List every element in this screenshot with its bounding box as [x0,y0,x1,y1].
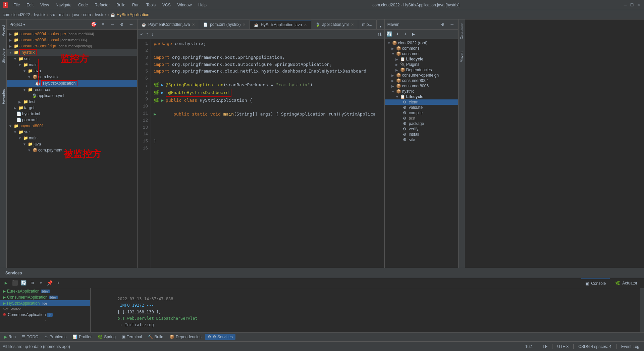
minimize-button[interactable]: — [623,2,628,8]
maven-item-lifecycle[interactable]: ▶ 📋 Lifecycle [385,56,458,62]
menu-file[interactable]: File [11,2,22,8]
svc-run-btn[interactable]: ▶ [3,280,9,287]
side-tab-structure[interactable]: Structure [1,46,6,66]
todo-button[interactable]: ☰ TODO [19,334,41,340]
bottom-tab-console[interactable]: ▣ Console [581,278,610,288]
maven-item-consumer-openfeign[interactable]: ▶ 📦 consumer-openfeign [385,73,458,78]
tree-item-payment-java[interactable]: ▼ 📁 java [7,141,137,147]
tree-item-payment-com[interactable]: ▼ 📦 com.payment [7,147,137,153]
breadcrumb-item[interactable]: hystrix [95,12,107,17]
menu-run[interactable]: Run [129,2,142,8]
menu-vcs[interactable]: VCS [160,2,173,8]
breadcrumb-item[interactable]: com.cloud2022 [3,12,30,17]
maven-download-icon[interactable]: ⬇ [394,31,401,38]
maven-item-package[interactable]: ⚙ package [385,121,458,126]
menu-code[interactable]: Code [75,2,91,8]
maven-run-icon[interactable]: ▶ [410,31,417,38]
maven-item-consumer8004[interactable]: ▶ 📦 consumer8004 [385,78,458,83]
maven-refresh-icon[interactable]: 🔄 [386,31,393,38]
breadcrumb-item[interactable]: com [83,12,91,17]
profiler-button[interactable]: 📊 Profiler [70,334,94,340]
position-indicator[interactable]: 16:1 [523,344,535,350]
maven-item-validate[interactable]: ⚙ validate [385,105,458,110]
tab-pom-xml[interactable]: 📄 pom.xml (hystrix) ✕ [199,20,250,29]
maven-settings-icon[interactable]: ⚙ [439,21,446,28]
svc-pin-btn[interactable]: 📌 [46,280,53,287]
menu-navigate[interactable]: Navigate [53,2,74,8]
maven-item-plugins[interactable]: ▶ 🔌 Plugins [385,62,458,67]
tree-item-com-hystrix[interactable]: ▼ 📦 com.hystrix [7,74,137,80]
down-icon[interactable]: ↓ [151,32,154,37]
tree-item-application-yml[interactable]: 🍃 application.yml [7,93,137,99]
maven-add-icon[interactable]: + [402,31,409,38]
maven-item-consumer8006[interactable]: ▶ 📦 consumer8006 [385,83,458,89]
tab-close[interactable]: ✕ [304,23,307,27]
tree-item-payment-src[interactable]: ▼ 📁 src [7,129,137,135]
svc-restart-btn[interactable]: 🔄 [20,280,27,287]
tab-application-yml[interactable]: 🍃 application.yml ✕ [311,20,358,29]
up-icon[interactable]: ↑ [146,32,148,37]
menu-refactor[interactable]: Refactor [92,2,112,8]
tree-item-src[interactable]: ▼ 📁 src [7,56,137,62]
event-log-button[interactable]: Event Log [619,344,641,350]
locate-icon[interactable]: 🎯 [90,21,97,28]
build-button[interactable]: 🔨 Build [145,334,166,340]
breadcrumb-item[interactable]: main [59,12,68,17]
maven-item-install[interactable]: ⚙ install [385,132,458,137]
menu-build[interactable]: Build [114,2,128,8]
svc-add-btn[interactable]: + [55,280,62,287]
breadcrumb-item[interactable]: src [50,12,55,17]
bottom-tab-actuator[interactable]: 🌿 Actuator [611,278,641,288]
side-tab-database[interactable]: Database [459,21,464,42]
tree-item-java[interactable]: ▼ 📁 java [7,68,137,74]
maven-item-test[interactable]: ⚙ test [385,116,458,121]
service-item-commons[interactable]: ⚙ CommonsApplication [d [0,312,90,318]
tree-item-resources[interactable]: ▼ 📁 resources [7,87,137,93]
tree-item-consumer-openfeign[interactable]: ▶ 📁 consumer-openfeign [consumer-openfei… [7,43,137,49]
tab-close[interactable]: ✕ [351,23,354,27]
service-item-consumer4[interactable]: ▶ Consumer4Application [dev [0,294,90,300]
run-button[interactable]: ▶ Run [1,334,18,340]
maven-item-commons[interactable]: ▶ 📦 commons [385,46,458,51]
maven-item-dependencies[interactable]: ▶ 📦 Dependencies [385,67,458,73]
window-controls[interactable]: — □ ✕ [623,2,641,8]
tree-item-test[interactable]: ▶ 📁 test [7,99,137,105]
maven-item-hystrix-lifecycle[interactable]: ▼ 📋 Lifecycle [385,94,458,99]
collapse-icon[interactable]: — [109,21,116,28]
expand-icon[interactable]: ≡ [100,21,106,28]
side-tab-favorites[interactable]: Favorites [1,86,6,107]
svc-group-btn[interactable]: ⊞ [29,280,36,287]
charset-indicator[interactable]: UTF-8 [555,344,571,350]
service-item-hystrix[interactable]: ▶ HyStrixApplication [de [0,300,90,306]
svc-filter-btn[interactable]: ▿ [38,280,44,287]
maven-item-clean[interactable]: ⚙ clean [385,99,458,105]
spring-button[interactable]: 🌿 Spring [95,334,118,340]
maven-item-verify[interactable]: ⚙ verify [385,126,458,132]
menu-view[interactable]: View [38,2,52,8]
menu-window[interactable]: Window [175,2,195,8]
svc-stop-btn[interactable]: ⬛ [11,280,18,287]
tree-item-target[interactable]: ▶ 📁 target [7,105,137,111]
maven-item-compile[interactable]: ⚙ compile [385,110,458,116]
maven-item-cloud2022[interactable]: ▼ 📦 cloud2022 (root) [385,40,458,46]
tree-item-hystrix-app[interactable]: ☕ HyStrixApplication [7,80,137,87]
tab-payment-controller[interactable]: ☕ PaymentController.java ✕ [138,20,199,29]
services-scroll-down[interactable]: › [0,318,90,324]
tree-item-pom[interactable]: 📄 pom.xml [7,117,137,123]
settings-icon[interactable]: ⚙ [118,21,125,28]
tree-item-consumer8004[interactable]: ▶ 📁 consumer8004-zookeeper [consumer8004… [7,31,137,37]
menu-tools[interactable]: Tools [144,2,158,8]
breadcrumb-item[interactable]: hystrix [34,12,46,17]
service-item-eureka[interactable]: ▶ EurekaApplication [dev [0,288,90,294]
side-tab-project[interactable]: Project [1,22,6,39]
tab-more[interactable]: m p... [358,20,377,29]
maven-item-hystrix[interactable]: ▼ 📦 hystrix [385,89,458,94]
encoding-indicator[interactable]: LF [541,344,549,350]
maven-minimize-icon[interactable]: — [449,21,455,28]
hide-icon[interactable]: — [128,21,135,28]
tree-item-payment-main[interactable]: ▼ 📁 main [7,135,137,141]
tree-item-hystrix[interactable]: ▼ 📁 hystrix [7,49,137,56]
tree-item-consumer8006[interactable]: ▶ 📁 consumer8006-consul [consumer8006] [7,37,137,43]
problems-button[interactable]: ⚠ Problems [42,334,69,340]
close-button[interactable]: ✕ [636,2,641,8]
